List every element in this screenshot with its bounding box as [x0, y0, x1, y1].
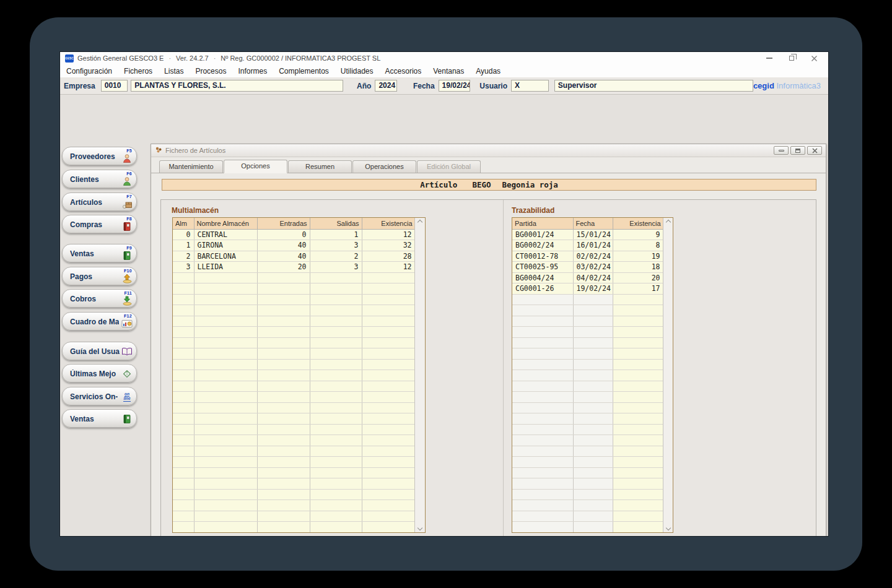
- empty-cell: [362, 359, 415, 370]
- table-row[interactable]: CT00025-9503/02/2418: [512, 262, 663, 273]
- minimize-icon[interactable]: [774, 146, 789, 155]
- scroll-down-icon[interactable]: [665, 525, 670, 530]
- usuario-name-field[interactable]: Supervisor: [554, 80, 753, 92]
- table-row[interactable]: BG0001/2415/01/249: [512, 229, 663, 240]
- empty-cell: [573, 305, 613, 316]
- title-separator: ·: [168, 54, 171, 62]
- column-header: Alm: [173, 218, 194, 229]
- scroll-up-icon[interactable]: [665, 220, 670, 225]
- vertical-scrollbar[interactable]: [663, 218, 673, 532]
- cell: 0: [257, 229, 310, 240]
- empty-cell: [573, 316, 613, 327]
- empty-cell: [362, 413, 415, 425]
- empty-cell: [362, 424, 415, 435]
- table-row[interactable]: 0CENTRAL0112: [173, 229, 415, 240]
- scroll-down-icon[interactable]: [418, 525, 422, 530]
- minimize-icon[interactable]: [765, 54, 774, 62]
- empty-cell: [257, 283, 310, 295]
- menu-item-utilidades[interactable]: Utilidades: [341, 67, 374, 76]
- data-grid: PartidaFechaExistenciaBG0001/2415/01/249…: [512, 218, 664, 533]
- sidebar-item-cuadro-de-ma[interactable]: Cuadro de MaF12: [62, 312, 137, 331]
- empty-row: [173, 424, 415, 435]
- sidebar-item-proveedores[interactable]: ProveedoresF5: [62, 147, 137, 165]
- tab-mantenimiento[interactable]: Mantenimiento: [159, 160, 223, 173]
- fkey-label: F7: [126, 194, 132, 199]
- empresa-name-field[interactable]: PLANTAS Y FLORES, S.L.: [131, 80, 343, 92]
- column-header: Fecha: [573, 218, 613, 229]
- empty-cell: [310, 478, 362, 490]
- sidebar-item-ventas[interactable]: VentasF9: [62, 244, 137, 262]
- table-row[interactable]: 3LLEIDA20312: [173, 262, 415, 273]
- menu-item-complementos[interactable]: Complementos: [279, 67, 329, 76]
- tab-operaciones[interactable]: Operaciones: [352, 160, 416, 173]
- cell: GIRONA: [194, 240, 257, 251]
- sidebar-item-guia-del-usua[interactable]: Guía del Usua: [62, 342, 137, 360]
- empty-cell: [512, 392, 573, 403]
- empty-cell: [173, 348, 194, 360]
- tab-resumen[interactable]: Resumen: [288, 160, 352, 173]
- empty-row: [512, 381, 663, 392]
- cell: 12: [362, 229, 415, 240]
- scroll-up-icon[interactable]: [418, 220, 422, 225]
- sidebar-item-articulos[interactable]: ArtículosF7: [62, 192, 137, 211]
- table-row[interactable]: CG0001-2619/02/2417: [512, 283, 663, 295]
- open-book-icon: [121, 347, 133, 357]
- cell: BG0002/24: [512, 240, 573, 251]
- table-row[interactable]: BG0002/2416/01/248: [512, 240, 663, 251]
- empresa-code-field[interactable]: 0010: [101, 80, 128, 92]
- empty-cell: [310, 446, 362, 457]
- empty-cell: [310, 327, 362, 338]
- empty-cell: [257, 511, 310, 522]
- empty-cell: [257, 435, 310, 446]
- menu-item-configuracion[interactable]: Configuración: [66, 67, 112, 76]
- empty-cell: [573, 327, 613, 338]
- table-row[interactable]: CT00012-7802/02/2419: [512, 251, 663, 262]
- empty-row: [512, 348, 663, 360]
- menu-item-listas[interactable]: Listas: [164, 67, 183, 76]
- menu-item-procesos[interactable]: Procesos: [195, 67, 226, 76]
- empty-cell: [613, 446, 663, 457]
- restore-icon[interactable]: [787, 54, 796, 62]
- sidebar-item-cobros[interactable]: CobrosF11: [62, 289, 137, 308]
- sidebar-item-servicios-on[interactable]: Servicios On-online: [62, 387, 137, 405]
- empty-row: [173, 500, 415, 511]
- table-row[interactable]: BG0004/2404/02/2420: [512, 272, 663, 283]
- sidebar-item-ventas-2[interactable]: Ventas: [62, 409, 137, 428]
- sidebar-item-clientes[interactable]: ClientesF6: [62, 170, 137, 188]
- menu-item-ficheros[interactable]: Ficheros: [124, 67, 152, 76]
- empty-cell: [512, 424, 573, 435]
- empty-cell: [310, 283, 362, 295]
- empty-row: [512, 294, 663, 305]
- maximize-icon[interactable]: [790, 146, 805, 155]
- usuario-code-field[interactable]: X: [511, 80, 549, 92]
- sidebar-item-pagos[interactable]: PagosF10: [62, 267, 137, 285]
- menu-item-informes[interactable]: Informes: [238, 67, 267, 76]
- empty-row: [512, 370, 663, 381]
- empty-cell: [194, 522, 257, 533]
- menu-item-accesorios[interactable]: Accesorios: [385, 67, 422, 76]
- fichero-articulos-window: Fichero de Artículos MantenimientoOpcion…: [151, 144, 826, 536]
- empty-cell: [310, 294, 362, 305]
- menu-item-ayudas[interactable]: Ayudas: [476, 67, 501, 76]
- empty-cell: [257, 522, 310, 533]
- ano-field[interactable]: 2024: [375, 80, 397, 92]
- sidebar-item-compras[interactable]: ComprasF8: [62, 215, 137, 233]
- empty-cell: [310, 305, 362, 316]
- table-row[interactable]: 1GIRONA40332: [173, 240, 415, 251]
- sidebar-item-label: Ventas: [70, 415, 94, 423]
- app-registration-text: Nº Reg. GC000002 / INFORMATICA3 PROGEST …: [221, 54, 380, 62]
- column-header: Entradas: [257, 218, 310, 229]
- empty-cell: [362, 316, 415, 327]
- sidebar-item-ultimas-mejo[interactable]: Últimas Mejo: [62, 364, 137, 383]
- empty-cell: [257, 478, 310, 490]
- vertical-scrollbar[interactable]: [414, 218, 425, 532]
- table-row[interactable]: 2BARCELONA40228: [173, 251, 415, 262]
- close-icon[interactable]: [810, 54, 818, 62]
- close-icon[interactable]: [807, 146, 822, 155]
- fecha-field[interactable]: 19/02/24: [439, 80, 471, 92]
- cell: 18: [613, 262, 663, 273]
- tab-opciones[interactable]: Opciones: [224, 160, 287, 173]
- fkey-label: F10: [124, 269, 132, 273]
- empty-cell: [362, 305, 415, 316]
- menu-item-ventanas[interactable]: Ventanas: [433, 67, 464, 76]
